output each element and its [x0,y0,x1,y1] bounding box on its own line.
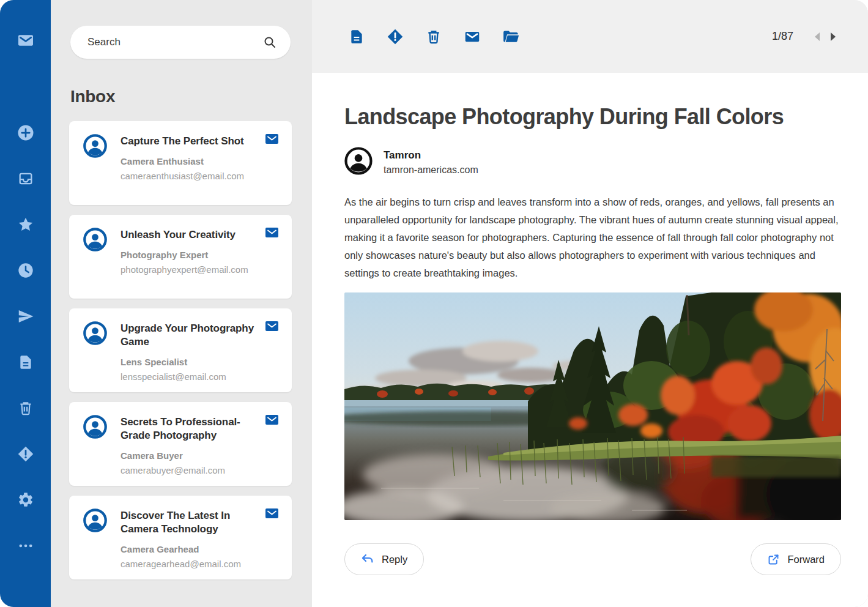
reply-button[interactable]: Reply [344,543,424,575]
message-list-panel: Inbox Capture The Perfect Shot Camera En… [51,0,312,607]
more-dots-icon[interactable] [12,532,40,560]
send-icon[interactable] [12,302,40,330]
forward-external-icon [767,553,780,566]
avatar-icon [83,508,107,535]
previous-message-icon[interactable] [809,29,825,45]
folder-open-icon[interactable] [499,24,523,49]
email-address: cameraenthusiast@email.com [121,171,259,181]
message-toolbar: 1/87 [312,0,868,73]
star-icon[interactable] [12,210,40,239]
inbox-tray-icon[interactable] [12,165,40,193]
search-box[interactable] [70,26,291,59]
email-address: camerabuyer@email.com [121,465,259,475]
fall-landscape-illustration [344,292,841,520]
document-icon[interactable] [12,348,40,376]
sender-domain: tamron-americas.com [384,165,478,176]
email-client-window: Inbox Capture The Perfect Shot Camera En… [0,0,868,607]
forward-label: Forward [787,554,825,565]
unread-envelope-icon [265,321,278,333]
search-icon[interactable] [262,35,277,52]
email-list-item[interactable]: Capture The Perfect Shot Camera Enthusia… [69,121,292,205]
email-subject: Upgrade Your Photography Game [121,322,259,349]
add-circle-icon[interactable] [12,119,40,147]
reply-label: Reply [382,554,407,565]
message-actions: Reply Forward [344,543,841,575]
search-input[interactable] [70,36,254,48]
email-sender: Camera Buyer [121,450,259,461]
email-sender: Lens Specialist [121,357,259,367]
forward-button[interactable]: Forward [751,543,841,575]
trash-icon[interactable] [421,24,446,49]
email-subject: Capture The Perfect Shot [121,135,259,148]
email-subject: Secrets To Professional-Grade Photograph… [121,415,259,442]
sender-avatar-icon [344,147,373,177]
email-subject: Discover The Latest In Camera Technology [121,509,259,536]
email-sender: Camera Enthusiast [121,156,259,166]
alert-diamond-icon[interactable] [383,24,407,49]
avatar-icon [83,415,107,441]
message-title: Landscape Photography During Fall Colors [344,104,841,130]
document-icon[interactable] [344,24,369,49]
avatar-icon [83,228,107,254]
inbox-heading: Inbox [70,87,312,106]
email-list-item[interactable]: Secrets To Professional-Grade Photograph… [69,402,292,486]
email-subject: Unleash Your Creativity [121,228,259,242]
reply-arrow-icon [361,553,374,565]
email-list-item[interactable]: Discover The Latest In Camera Technology… [69,496,292,579]
pagination-count: 1/87 [772,30,793,43]
sender-row: Tamron tamron-americas.com [344,147,841,177]
sender-name: Tamron [384,149,478,162]
next-message-icon[interactable] [825,29,841,45]
pagination: 1/87 [772,29,841,45]
unread-envelope-icon [265,508,278,521]
email-sender: Photography Expert [121,250,259,260]
email-address: cameragearhead@email.com [121,559,259,569]
avatar-icon [83,134,107,160]
reading-pane: 1/87 Landscape Photography During Fall C… [312,0,868,607]
email-address: photographyexpert@email.com [121,264,259,275]
trash-icon[interactable] [12,394,40,422]
message-content: Landscape Photography During Fall Colors… [312,73,868,575]
nav-rail [0,0,51,607]
email-photo [344,292,841,520]
email-address: lensspecialist@email.com [121,371,259,382]
clock-icon[interactable] [12,256,40,285]
unread-envelope-icon [265,134,278,146]
email-list-item[interactable]: Unleash Your Creativity Photography Expe… [69,215,292,299]
message-body: As the air begins to turn crisp and leav… [344,193,841,282]
mail-icon[interactable] [12,26,40,54]
email-list-item[interactable]: Upgrade Your Photography Game Lens Speci… [69,308,292,392]
alert-diamond-icon[interactable] [12,440,40,468]
avatar-icon [83,321,107,348]
email-list: Capture The Perfect Shot Camera Enthusia… [51,121,312,579]
email-sender: Camera Gearhead [121,544,259,554]
settings-gear-icon[interactable] [12,486,40,514]
mail-icon[interactable] [460,24,484,49]
unread-envelope-icon [265,415,278,427]
unread-envelope-icon [265,228,278,240]
